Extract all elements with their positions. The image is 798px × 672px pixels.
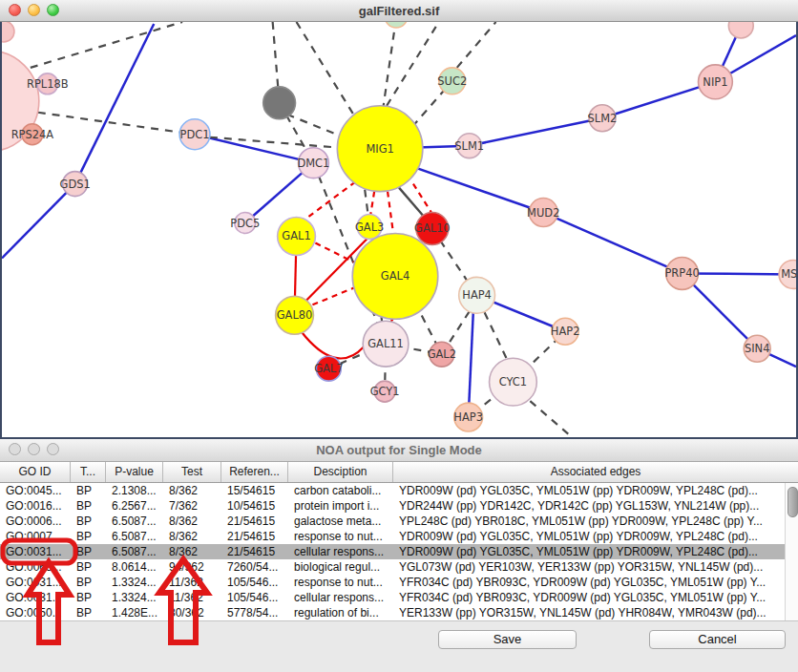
column-header-t-[interactable]: T... [71,462,106,482]
network-edge[interactable] [370,192,374,216]
network-edge[interactable] [297,22,359,122]
network-edge[interactable] [457,22,496,68]
node-label: GAL1 [282,229,310,242]
node-label: SUC2 [437,74,467,88]
zoom-button-icon[interactable] [47,443,59,455]
table-cell: YDR009W (pd) YGL035C, YML051W (pp) YDR00… [393,544,785,559]
node-GAL2[interactable]: GAL2 [428,342,456,367]
minimize-button-icon[interactable] [28,4,40,16]
network-edge[interactable] [287,115,346,138]
node-GAL80[interactable]: GAL80 [276,296,314,334]
network-edge[interactable] [2,184,75,259]
column-header-go-id[interactable]: GO ID [0,462,71,482]
table-cell: BP [71,529,106,544]
noa-window-titlebar[interactable]: NOA output for Single Mode [0,439,798,462]
column-header-desciption[interactable]: Desciption [288,462,393,482]
table-cell: cellular respons... [288,590,393,605]
node-circle[interactable] [385,22,408,28]
node-green-top[interactable] [385,22,408,28]
node-MSN[interactable]: MSN [779,260,796,288]
network-edge[interactable] [312,287,354,304]
node-PDC5[interactable]: PDC5 [230,213,260,234]
node-corner-pink[interactable] [2,22,14,42]
table-cell: 8/362 [163,514,221,529]
network-window-titlebar[interactable]: galFiltered.sif [0,0,798,22]
table-cell: 6.5087... [106,514,163,529]
table-row[interactable]: GO:0045...BP2.1308...8/36215/54615carbon… [0,483,785,498]
node-GAL11[interactable]: GAL11 [363,321,409,367]
node-SIN4[interactable]: SIN4 [744,335,770,362]
network-edge[interactable] [301,331,364,358]
close-button-icon[interactable] [9,443,21,455]
node-label: HAP4 [462,288,492,302]
table-cell: 8/362 [163,529,221,544]
node-SLM1[interactable]: SLM1 [454,134,484,158]
close-button-icon[interactable] [9,4,21,16]
table-row[interactable]: GO:0050...BP1.428E...80/3625778/54...reg… [0,605,785,620]
network-edge[interactable] [543,213,682,274]
network-edge[interactable] [75,24,155,184]
node-PRP40[interactable]: PRP40 [664,257,699,289]
node-NIP1[interactable]: NIP1 [698,65,732,99]
network-edge[interactable] [470,118,602,146]
node-CYC1[interactable]: CYC1 [490,358,537,406]
network-canvas[interactable]: RPL18BRPS24AGDS1PDC1MIG1SUC2SLM1SLM2NIP1… [2,22,796,437]
node-SUC2[interactable]: SUC2 [437,68,467,94]
node-GAL7[interactable]: GAL7 [314,356,343,381]
table-cell: protein import i... [288,498,393,514]
network-edge[interactable] [315,242,353,262]
node-HAP4[interactable]: HAP4 [459,277,495,313]
node-circle[interactable] [2,22,14,42]
table-cell: 94/362 [163,559,221,575]
column-header-test[interactable]: Test [163,462,221,482]
network-edge[interactable] [304,182,355,220]
node-pink-top-right[interactable] [728,22,753,38]
scrollbar-thumb[interactable] [788,487,798,517]
network-edge[interactable] [399,188,423,216]
node-SLM2[interactable]: SLM2 [588,105,618,132]
network-edge[interactable] [530,401,572,437]
node-DMC1[interactable]: DMC1 [297,148,329,178]
network-edge[interactable] [195,135,313,163]
table-cell: 8/362 [163,483,221,498]
network-edge[interactable] [383,22,396,110]
zoom-button-icon[interactable] [47,4,59,16]
table-row[interactable]: GO:0065...BP8.0614...94/3627260/54...bio… [0,559,785,575]
node-GCY1[interactable]: GCY1 [370,381,400,402]
node-GAL3[interactable]: GAL3 [355,215,384,240]
network-canvas-area[interactable]: RPL18BRPS24AGDS1PDC1MIG1SUC2SLM1SLM2NIP1… [0,22,798,439]
cancel-button[interactable]: Cancel [649,630,786,649]
node-HAP3[interactable]: HAP3 [453,403,483,431]
node-GAL4[interactable]: GAL4 [352,233,438,319]
node-GAL10[interactable]: GAL10 [414,213,451,245]
save-button[interactable]: Save [438,630,577,649]
table-row[interactable]: GO:0031...BP1.3324...11/362105/546...res… [0,575,785,590]
network-edge[interactable] [388,192,393,234]
node-GDS1[interactable]: GDS1 [60,172,91,197]
table-row[interactable]: GO:0006...BP6.5087...8/36221/54615galact… [0,514,785,529]
minimize-button-icon[interactable] [28,443,40,455]
node-label: DMC1 [297,157,329,170]
network-edge[interactable] [31,22,182,68]
node-circle[interactable] [263,87,296,119]
network-edge[interactable] [38,113,195,135]
table-row[interactable]: GO:0016...BP6.2567...7/36210/54615protei… [0,498,785,514]
table-rows: GO:0045...BP2.1308...8/36215/54615carbon… [0,483,785,620]
node-MIG1[interactable]: MIG1 [337,106,423,192]
column-header-referen-[interactable]: Referen... [221,462,288,482]
table-row[interactable]: GO:0007...BP6.5087...8/36221/54615respon… [0,529,785,544]
node-PDC1[interactable]: PDC1 [179,119,210,150]
node-label: SIN4 [745,342,769,355]
node-MUD2[interactable]: MUD2 [527,199,559,227]
node-HAP2[interactable]: HAP2 [551,318,580,345]
table-row[interactable]: GO:0031...BP6.5087...8/36221/54615cellul… [0,544,785,559]
node-circle[interactable] [728,22,753,38]
vertical-scrollbar[interactable] [785,483,798,620]
node-label: PRP40 [664,266,699,280]
column-header-p-value[interactable]: P-value [106,462,163,482]
table-row[interactable]: GO:0031...BP1.3324...11/362105/546...cel… [0,590,785,605]
node-GAL1[interactable]: GAL1 [278,218,316,256]
column-header-associated-edges[interactable]: Associated edges [393,462,798,482]
node-gray-node[interactable] [263,87,296,119]
network-edge[interactable] [485,312,508,360]
